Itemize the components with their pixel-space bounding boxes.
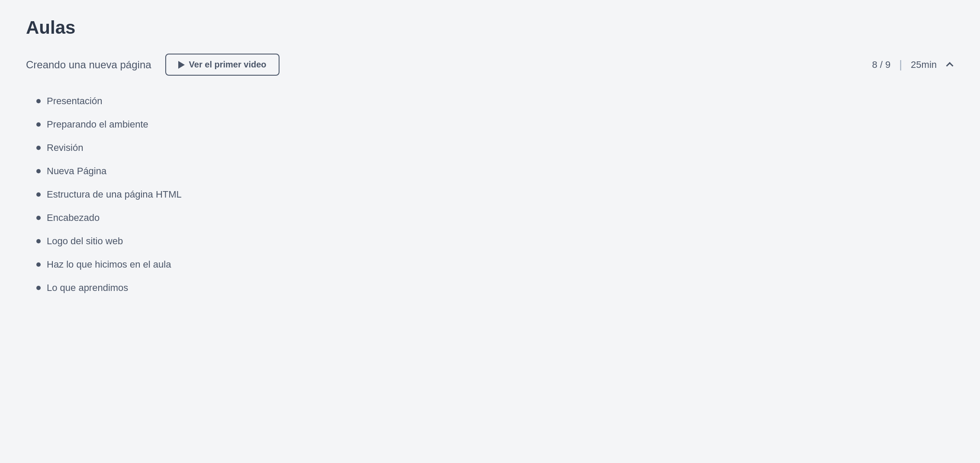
lesson-label: Estructura de una página HTML bbox=[47, 189, 182, 200]
watch-first-video-button[interactable]: Ver el primer video bbox=[165, 54, 280, 76]
bullet-icon bbox=[36, 192, 41, 197]
lesson-label: Haz lo que hicimos en el aula bbox=[47, 259, 171, 270]
list-item[interactable]: Lo que aprendimos bbox=[36, 276, 954, 300]
lesson-label: Presentación bbox=[47, 96, 102, 107]
collapse-button[interactable] bbox=[945, 61, 954, 68]
bullet-icon bbox=[36, 239, 41, 243]
list-item[interactable]: Presentación bbox=[36, 89, 954, 113]
bullet-icon bbox=[36, 122, 41, 127]
lesson-label: Logo del sitio web bbox=[47, 236, 123, 247]
lesson-label: Encabezado bbox=[47, 212, 100, 224]
bullet-icon bbox=[36, 286, 41, 290]
list-item[interactable]: Encabezado bbox=[36, 206, 954, 230]
course-header: Creando una nueva página Ver el primer v… bbox=[26, 54, 954, 76]
play-icon bbox=[178, 61, 185, 69]
bullet-icon bbox=[36, 216, 41, 220]
lesson-label: Nueva Página bbox=[47, 166, 106, 177]
bullet-icon bbox=[36, 262, 41, 267]
chevron-up-icon bbox=[946, 62, 954, 69]
course-name: Creando una nueva página bbox=[26, 59, 151, 71]
course-meta: 8 / 9 | 25min bbox=[872, 58, 954, 71]
list-item[interactable]: Logo del sitio web bbox=[36, 230, 954, 253]
duration-label: 25min bbox=[911, 59, 937, 70]
page-title: Aulas bbox=[26, 17, 954, 38]
list-item[interactable]: Estructura de una página HTML bbox=[36, 183, 954, 206]
watch-button-label: Ver el primer video bbox=[189, 60, 267, 70]
bullet-icon bbox=[36, 169, 41, 173]
list-item[interactable]: Preparando el ambiente bbox=[36, 113, 954, 136]
list-item[interactable]: Revisión bbox=[36, 136, 954, 160]
list-item[interactable]: Haz lo que hicimos en el aula bbox=[36, 253, 954, 276]
lesson-label: Revisión bbox=[47, 142, 83, 153]
lesson-label: Lo que aprendimos bbox=[47, 282, 128, 294]
bullet-icon bbox=[36, 99, 41, 103]
bullet-icon bbox=[36, 146, 41, 150]
progress-indicator: 8 / 9 bbox=[872, 59, 891, 70]
meta-divider: | bbox=[899, 58, 902, 71]
lesson-list: PresentaciónPreparando el ambienteRevisi… bbox=[36, 89, 954, 300]
list-item[interactable]: Nueva Página bbox=[36, 160, 954, 183]
lesson-label: Preparando el ambiente bbox=[47, 119, 148, 130]
